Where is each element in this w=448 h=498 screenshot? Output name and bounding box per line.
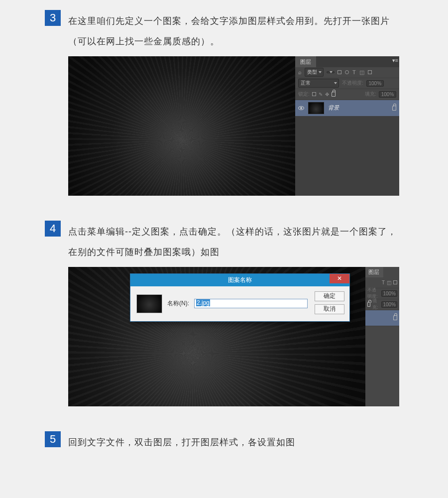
fill-field[interactable]: 100% <box>381 301 397 308</box>
lock-all-icon[interactable] <box>367 302 370 307</box>
screenshot-2: 图层 T ◫ 不透明度: 100% 填充: 100% <box>68 267 403 406</box>
layers-panel: 图层 ▾≡ ⌕ 类型 T ◫ 正常 <box>295 56 399 196</box>
lock-row: 锁定: ✎ ✥ 填充: 100% <box>295 89 399 100</box>
tab-layers[interactable]: 图层 <box>295 56 316 67</box>
fill-row: 填充: 100% <box>365 299 399 310</box>
lock-pixels-icon[interactable] <box>312 92 316 96</box>
photoshop-window: 图层 T ◫ 不透明度: 100% 填充: 100% <box>68 267 399 406</box>
layer-thumbnail[interactable] <box>308 102 324 114</box>
step-description: 在这里咱们先定义一个图案，会给文字添加图层样式会用到。先打开一张图片（可以在网上… <box>68 10 403 52</box>
lock-move-icon[interactable]: ✥ <box>325 92 329 97</box>
blend-mode-select[interactable]: 正常 <box>298 79 339 88</box>
step-number-badge: 4 <box>45 221 61 237</box>
ok-button[interactable]: 确定 <box>315 291 344 301</box>
layers-panel-cropped: 图层 T ◫ 不透明度: 100% 填充: 100% <box>365 267 399 406</box>
lock-all-icon[interactable] <box>332 92 336 97</box>
name-label: 名称(N): <box>167 299 189 308</box>
layer-name-label: 背景 <box>328 104 388 112</box>
tab-layers[interactable]: 图层 <box>365 267 383 277</box>
opacity-field[interactable]: 100% <box>381 290 397 297</box>
lock-position-icon[interactable]: ✎ <box>319 92 323 97</box>
kind-select[interactable]: 类型 <box>305 68 324 77</box>
opacity-field[interactable]: 100% <box>366 80 384 87</box>
pattern-thumbnail <box>136 294 162 313</box>
fill-field[interactable]: 100% <box>379 91 396 98</box>
lock-label: 锁定: <box>298 91 310 98</box>
filter-icons: T ◫ <box>337 69 372 76</box>
step-4: 4 点击菜单编辑--定义图案，点击确定。（这样的话，这张图片就是一个图案了，在别… <box>45 221 403 406</box>
name-input-value: 2.jpg <box>196 299 210 306</box>
step-header: 5 回到文字文件，双击图层，打开图层样式，各设置如图 <box>45 431 403 453</box>
pattern-name-dialog: 图案名称 ✕ 名称(N): 2.jpg 确定 取消 <box>130 273 350 322</box>
step-3: 3 在这里咱们先定义一个图案，会给文字添加图层样式会用到。先打开一张图片（可以在… <box>45 10 403 196</box>
blend-row: 正常 不透明度: 100% <box>295 78 399 89</box>
close-button[interactable]: ✕ <box>330 274 349 283</box>
step-description: 回到文字文件，双击图层，打开图层样式，各设置如图 <box>68 431 295 453</box>
shape-filter-icon[interactable]: ◫ <box>387 280 391 285</box>
step-header: 3 在这里咱们先定义一个图案，会给文字添加图层样式会用到。先打开一张图片（可以在… <box>45 10 403 52</box>
shape-filter-icon[interactable]: ◫ <box>359 69 364 76</box>
dialog-titlebar[interactable]: 图案名称 ✕ <box>130 274 349 286</box>
type-filter-icon[interactable]: T <box>382 280 385 285</box>
smart-filter-icon[interactable] <box>393 280 397 284</box>
cancel-button[interactable]: 取消 <box>315 304 344 314</box>
dialog-title-text: 图案名称 <box>228 276 252 284</box>
screenshot-1: 图层 ▾≡ ⌕ 类型 T ◫ 正常 <box>68 56 403 196</box>
layer-list: 背景 <box>295 100 399 196</box>
layer-item-background[interactable] <box>365 310 399 326</box>
step-5: 5 回到文字文件，双击图层，打开图层样式，各设置如图 <box>45 431 403 453</box>
layer-locked-icon <box>393 315 397 320</box>
fill-label: 填充: <box>372 298 379 311</box>
fill-label: 填充: <box>365 91 376 98</box>
pixel-filter-icon[interactable] <box>337 70 341 74</box>
step-header: 4 点击菜单编辑--定义图案，点击确定。（这样的话，这张图片就是一个图案了，在别… <box>45 221 403 263</box>
layer-item-background[interactable]: 背景 <box>295 100 399 116</box>
adjust-filter-icon[interactable] <box>345 70 349 74</box>
type-filter-icon[interactable]: T <box>352 69 356 75</box>
filter-row: ⌕ 类型 T ◫ <box>295 67 399 78</box>
step-description: 点击菜单编辑--定义图案，点击确定。（这样的话，这张图片就是一个图案了，在别的文… <box>68 221 403 263</box>
layer-locked-icon <box>392 106 396 111</box>
search-icon[interactable]: ⌕ <box>298 69 302 75</box>
panel-tab-bar: 图层 ▾≡ <box>295 56 399 67</box>
smart-filter-icon[interactable] <box>368 70 372 74</box>
dialog-buttons: 确定 取消 <box>315 291 344 314</box>
panel-menu-icon[interactable]: ▾≡ <box>392 57 398 64</box>
name-input[interactable]: 2.jpg <box>194 299 308 308</box>
opacity-row: 不透明度: 100% <box>365 288 399 299</box>
step-number-badge: 5 <box>45 431 61 447</box>
visibility-toggle-icon[interactable] <box>298 106 304 110</box>
canvas-area[interactable] <box>68 56 295 196</box>
opacity-label: 不透明度: <box>342 80 363 87</box>
step-number-badge: 3 <box>45 10 61 26</box>
photoshop-window: 图层 ▾≡ ⌕ 类型 T ◫ 正常 <box>68 56 399 196</box>
